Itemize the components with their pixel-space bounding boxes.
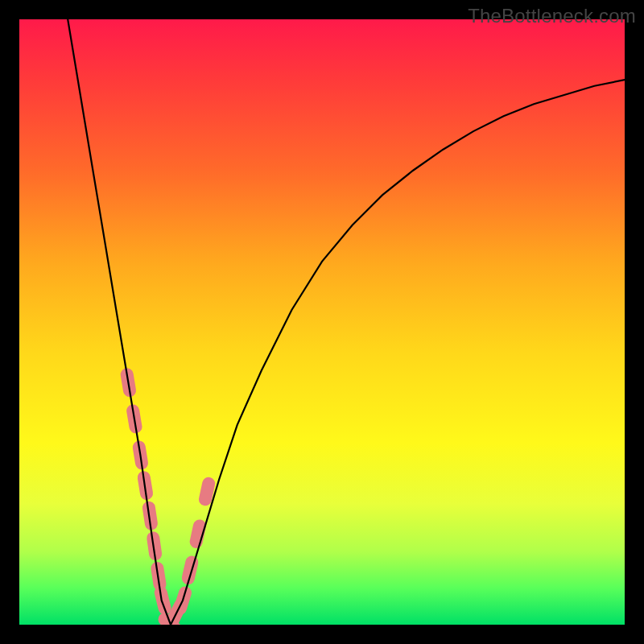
- marker-capsule: [205, 484, 208, 500]
- bottleneck-curve-svg: [19, 19, 625, 625]
- plot-area: [19, 19, 625, 625]
- marker-capsule: [139, 448, 142, 464]
- marker-capsule: [127, 374, 130, 390]
- chart-frame: TheBottleneck.com: [0, 0, 644, 644]
- marker-capsule: [144, 477, 147, 493]
- marker-capsule: [149, 508, 151, 524]
- marker-capsule: [196, 526, 200, 542]
- marker-capsule: [180, 592, 185, 608]
- marker-capsule: [161, 592, 165, 608]
- marker-capsule: [157, 568, 159, 584]
- marker-capsule: [173, 605, 180, 620]
- marker-capsule: [188, 563, 192, 579]
- marker-layer: [127, 374, 209, 625]
- marker-capsule: [165, 619, 177, 625]
- bottleneck-curve-path: [68, 19, 625, 625]
- marker-capsule: [133, 411, 135, 427]
- watermark-text: TheBottleneck.com: [468, 5, 636, 27]
- marker-capsule: [153, 538, 155, 554]
